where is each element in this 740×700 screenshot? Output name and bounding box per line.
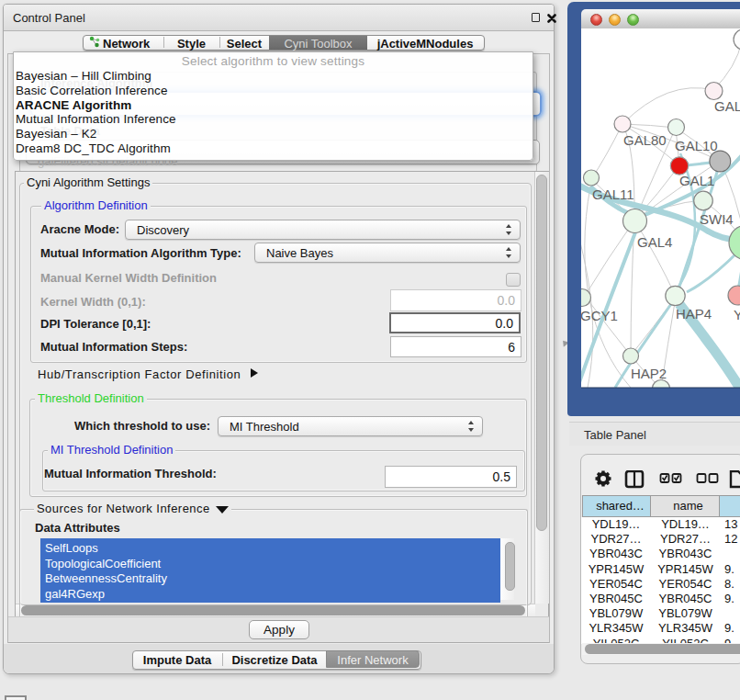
svg-text:GAL80: GAL80 <box>623 132 667 148</box>
svg-text:GAL10: GAL10 <box>675 138 718 153</box>
svg-text:GCY1: GCY1 <box>581 308 618 323</box>
svg-text:SWI4: SWI4 <box>700 211 734 227</box>
svg-text:Y: Y <box>734 307 740 322</box>
svg-text:GAL: GAL <box>714 98 740 114</box>
svg-text:GAL11: GAL11 <box>592 186 634 202</box>
svg-text:HAP2: HAP2 <box>631 366 667 381</box>
svg-text:GAL4: GAL4 <box>637 234 672 250</box>
svg-text:HAP4: HAP4 <box>676 306 712 322</box>
svg-text:GAL1: GAL1 <box>679 173 714 188</box>
